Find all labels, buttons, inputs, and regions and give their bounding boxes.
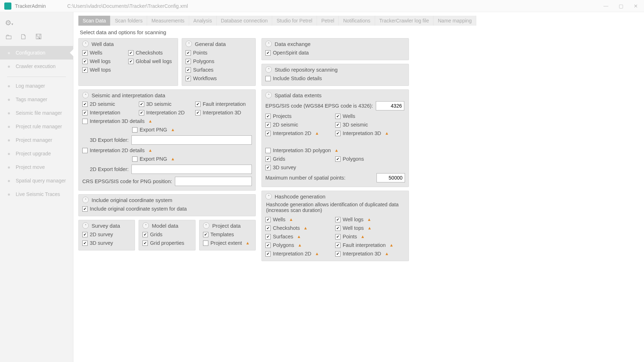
chk-surfaces[interactable]: Surfaces (186, 66, 252, 74)
app-icon (4, 2, 11, 10)
chk-wells[interactable]: Wells (335, 112, 405, 120)
chk-studio-details[interactable]: Include Studio details (265, 74, 405, 83)
chk-well-logs[interactable]: Well logs (82, 57, 128, 66)
chk-3d-survey[interactable]: 3D survey (265, 163, 335, 172)
sidebar-item-tags-manager[interactable]: ●Tags manager (0, 93, 73, 106)
chk-fault-interpretation[interactable]: Fault interpretation▲ (335, 241, 405, 249)
minimize-button[interactable]: — (602, 3, 610, 9)
chk-points[interactable]: Points (186, 48, 252, 57)
chk-project-extent[interactable]: Project extent▲ (203, 239, 252, 247)
tab-scan-data[interactable]: Scan Data (78, 16, 110, 26)
tab-petrel[interactable]: Petrel (317, 16, 339, 26)
open-folder-icon[interactable]: 🗀 (5, 33, 12, 41)
chk-interpretation-3d-polygon[interactable]: Interpretation 3D polygon▲ (265, 146, 339, 155)
chk-well-tops[interactable]: Well tops▲ (335, 224, 405, 232)
sidebar-item-project-move[interactable]: ●Project move (0, 160, 73, 174)
gear-icon[interactable]: ⚙▾ (5, 19, 13, 27)
chk-fault-interpretation[interactable]: Fault interpretation (195, 100, 252, 108)
chk-3d-survey[interactable]: 3D survey (82, 239, 131, 247)
chk-export-png-3d[interactable]: Export PNG▲ (82, 125, 252, 134)
maximize-button[interactable]: ▢ (617, 3, 625, 9)
sidebar-item-spatial-query-manager[interactable]: ●Spatial query manager (0, 174, 73, 187)
chk-surfaces[interactable]: Surfaces▲ (265, 232, 335, 241)
sidebar-item-configuration[interactable]: ●Configuration (0, 46, 73, 60)
content-area: Scan DataScan foldersMeasurementsAnalysi… (73, 12, 644, 362)
chk-openspirit[interactable]: OpenSpirit data (265, 48, 405, 57)
chk-wells[interactable]: Wells▲ (265, 215, 335, 224)
label-epsg: EPSG/SIS code (WGS84 EPSG code is 4326): (265, 103, 373, 109)
input-2d-folder[interactable] (131, 165, 252, 174)
panel-title: Data exchange (275, 41, 311, 47)
chk-grids[interactable]: Grids (265, 155, 335, 163)
chk-polygons[interactable]: Polygons (335, 155, 405, 163)
chk-projects[interactable]: Projects (265, 112, 335, 120)
sidebar-item-seismic-file-manager[interactable]: ●Seismic file manager (0, 106, 73, 120)
tab-notifications[interactable]: Notifications (339, 16, 375, 26)
tab-database-connection[interactable]: Database connection (217, 16, 272, 26)
tab-measurements[interactable]: Measurements (147, 16, 189, 26)
chk-interpretation-3d[interactable]: Interpretation 3D▲ (335, 249, 405, 258)
sidebar-item-project-manager[interactable]: ●Project manager (0, 133, 73, 147)
chk-interp2d-details[interactable]: Interpretation 2D details▲ (82, 146, 252, 155)
chk-workflows[interactable]: Workflows (186, 74, 252, 83)
refresh-icon: ● (6, 150, 12, 157)
collapse-icon[interactable]: ˄ (82, 222, 89, 229)
new-file-icon[interactable]: 🗋 (20, 33, 27, 41)
sidebar-item-project-rule-manager[interactable]: ●Project rule manager (0, 120, 73, 133)
collapse-icon[interactable]: ˄ (82, 197, 89, 203)
chk-grid-properties[interactable]: Grid properties (142, 239, 191, 247)
collapse-icon[interactable]: ˄ (265, 41, 272, 47)
tab-studio-for-petrel[interactable]: Studio for Petrel (272, 16, 317, 26)
input-epsg[interactable] (376, 101, 404, 110)
chk-interp3d-details[interactable]: Interpretation 3D details▲ (82, 117, 252, 125)
tab-analysis[interactable]: Analysis (189, 16, 217, 26)
tab-name-mapping[interactable]: Name mapping (433, 16, 476, 26)
chk-export-png-2d[interactable]: Export PNG▲ (82, 155, 252, 163)
tab-scan-folders[interactable]: Scan folders (110, 16, 147, 26)
chk-points[interactable]: Points▲ (335, 232, 405, 241)
sidebar-item-project-upgrade[interactable]: ●Project upgrade (0, 147, 73, 160)
chk-checkshots[interactable]: Checkshots▲ (265, 224, 335, 232)
collapse-icon[interactable]: ˄ (265, 92, 272, 98)
input-3d-folder[interactable] (131, 135, 252, 145)
chk-2d-seismic[interactable]: 2D seismic (82, 100, 139, 108)
close-button[interactable]: ✕ (632, 3, 640, 9)
chk-interpretation-3d[interactable]: Interpretation 3D▲ (335, 129, 405, 138)
chk-interpretation-2d[interactable]: Interpretation 2D▲ (265, 129, 335, 138)
chk-3d-seismic[interactable]: 3D seismic (335, 120, 405, 129)
collapse-icon[interactable]: ˄ (265, 66, 272, 73)
chk-include-coord[interactable]: Include original coordinate system for d… (82, 205, 252, 213)
panel-seismic: ˄Seismic and interpretation data 2D seis… (78, 89, 256, 191)
chk-grids[interactable]: Grids (142, 230, 191, 239)
collapse-icon[interactable]: ˄ (142, 222, 149, 229)
chk-checkshots[interactable]: Checkshots (128, 48, 174, 57)
collapse-icon[interactable]: ˄ (186, 41, 192, 47)
collapse-icon[interactable]: ˄ (82, 92, 89, 98)
collapse-icon[interactable]: ˄ (82, 41, 89, 47)
sidebar-item-live-seismic-traces[interactable]: ●Live Seismic Traces (0, 187, 73, 201)
file-path: C:\Users\vladro\Documents\Tracker\Tracke… (67, 3, 602, 9)
chk-templates[interactable]: Templates (203, 230, 252, 239)
chk-polygons[interactable]: Polygons▲ (265, 241, 335, 249)
chk-interpretation-2d[interactable]: Interpretation 2D▲ (265, 249, 335, 258)
chk-2d-seismic[interactable]: 2D seismic (265, 120, 335, 129)
chk-3d-seismic[interactable]: 3D seismic (139, 100, 196, 108)
chk-interpretation-3d[interactable]: Interpretation 3D (195, 108, 252, 117)
sidebar-item-log-manager[interactable]: ●Log manager (0, 79, 73, 93)
tab-trackercrawler-log-file[interactable]: TrackerCrawler log file (375, 16, 434, 26)
chk-polygons[interactable]: Polygons (186, 57, 252, 66)
chk-well-logs[interactable]: Well logs▲ (335, 215, 405, 224)
sidebar-item-crawler-execution[interactable]: ●Crawler execution (0, 60, 73, 73)
chk-interpretation[interactable]: Interpretation (82, 108, 139, 117)
wrench-icon: ● (6, 50, 12, 56)
chk-well-tops[interactable]: Well tops (82, 66, 128, 74)
chk-wells[interactable]: Wells (82, 48, 128, 57)
chk-global-well-logs[interactable]: Global well logs (128, 57, 174, 66)
collapse-icon[interactable]: ˄ (265, 193, 272, 200)
chk-2d-survey[interactable]: 2D survey (82, 230, 131, 239)
save-icon[interactable]: 🖫 (35, 33, 42, 41)
input-max-points[interactable] (376, 173, 405, 182)
chk-interpretation-2d[interactable]: Interpretation 2D (139, 108, 196, 117)
input-crs[interactable] (175, 177, 252, 186)
collapse-icon[interactable]: ˄ (203, 222, 209, 229)
